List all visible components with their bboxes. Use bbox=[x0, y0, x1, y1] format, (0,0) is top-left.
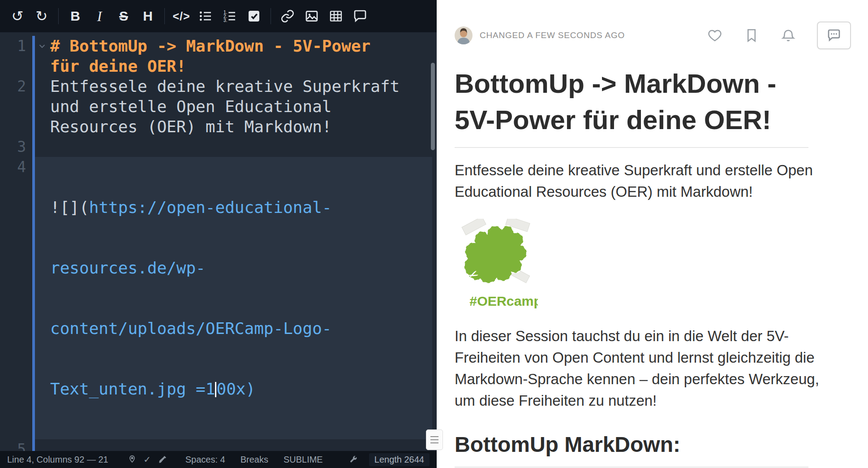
breaks-toggle[interactable]: Breaks bbox=[241, 455, 268, 465]
link-icon bbox=[280, 9, 295, 23]
last-changed-label: CHANGED A FEW SECONDS AGO bbox=[480, 30, 625, 40]
editor-line: 5 bbox=[0, 439, 432, 451]
image-url: Text_unten.jpg =1 bbox=[50, 380, 215, 398]
toolbar-separator bbox=[271, 8, 271, 24]
open-comments-button[interactable] bbox=[817, 22, 851, 49]
editor-pane: ↺ ↻ B I S H </> 1.2.3. bbox=[0, 0, 437, 468]
line-number: 2 bbox=[0, 76, 26, 137]
line-number: 3 bbox=[0, 137, 26, 157]
ordered-list-button[interactable]: 1.2.3. bbox=[218, 5, 242, 27]
bold-button[interactable]: B bbox=[63, 5, 87, 27]
redo-button[interactable]: ↻ bbox=[30, 5, 54, 27]
table-button[interactable] bbox=[324, 5, 348, 27]
section-heading: BottomUp MarkDown: bbox=[455, 432, 868, 457]
line-number: 1 bbox=[0, 36, 26, 76]
toolbar-separator bbox=[58, 8, 59, 24]
editor-toolbar: ↺ ↻ B I S H </> 1.2.3. bbox=[0, 0, 437, 32]
preview-paragraph: In dieser Session tauchst du ein in die … bbox=[455, 325, 829, 412]
editor-line-text: ![](https://open-educational- resources.… bbox=[49, 157, 401, 439]
image-url: https://open-educational- bbox=[89, 198, 332, 217]
avatar-photo bbox=[455, 26, 473, 44]
code-button[interactable]: </> bbox=[169, 5, 193, 27]
wrench-icon[interactable] bbox=[346, 453, 361, 466]
subscribe-button[interactable] bbox=[780, 27, 796, 43]
divider bbox=[455, 467, 808, 468]
link-button[interactable] bbox=[275, 5, 300, 27]
divider bbox=[455, 147, 808, 148]
bell-icon bbox=[781, 28, 796, 43]
chevron-down-icon bbox=[37, 41, 47, 51]
bookmark-button[interactable] bbox=[743, 27, 760, 43]
preview-paragraph: Entfessele deine kreative Superkraft und… bbox=[455, 160, 829, 203]
toolbar-separator bbox=[164, 8, 165, 24]
markdown-editor[interactable]: 1 # BottomUp -> MarkDown - 5V-Power für … bbox=[0, 32, 437, 451]
image-url: content/uploads/OERCamp-Logo- bbox=[50, 318, 401, 338]
like-button[interactable] bbox=[707, 27, 723, 43]
table-icon bbox=[329, 9, 343, 23]
line-number: 5 bbox=[0, 439, 26, 451]
editor-statusbar: Line 4, Columns 92 — 21 ✓ Spaces: 4 Brea… bbox=[0, 451, 437, 468]
avatar[interactable] bbox=[455, 26, 473, 44]
chat-bubble-icon bbox=[827, 28, 841, 43]
oercamp-logo: ✂ #OERcamp bbox=[455, 219, 538, 312]
editor-line: 2 Entfessele deine kreative Superkraft u… bbox=[0, 76, 432, 137]
page-title: BottomUp -> MarkDown - 5V-Power für dein… bbox=[455, 65, 813, 138]
editor-line-active: 4 ![](https://open-educational- resource… bbox=[0, 157, 432, 439]
bullet-list-button[interactable] bbox=[193, 5, 218, 27]
editor-line: 3 bbox=[0, 137, 432, 157]
checklist-button[interactable] bbox=[242, 5, 266, 27]
comment-icon bbox=[353, 9, 367, 23]
pin-icon[interactable] bbox=[125, 453, 140, 466]
image-url: 00x) bbox=[216, 380, 255, 398]
spaces-setting[interactable]: Spaces: 4 bbox=[185, 455, 225, 465]
editor-line-text: Entfessele deine kreative Superkraft und… bbox=[49, 76, 401, 137]
editor-line-text: # BottomUp -> MarkDown - 5V-Power für de… bbox=[49, 36, 401, 76]
editor-line: 1 # BottomUp -> MarkDown - 5V-Power für … bbox=[0, 36, 432, 76]
cursor-position: Line 4, Columns 92 — 21 bbox=[7, 455, 108, 465]
editor-scrollbar[interactable] bbox=[431, 63, 435, 150]
preview-header: CHANGED A FEW SECONDS AGO bbox=[455, 22, 851, 49]
comment-button[interactable] bbox=[348, 5, 372, 27]
image-button[interactable] bbox=[300, 5, 324, 27]
image-icon bbox=[305, 9, 319, 23]
checklist-icon bbox=[247, 9, 261, 23]
fold-toggle[interactable] bbox=[35, 36, 49, 56]
bookmark-icon bbox=[744, 28, 759, 43]
image-url: resources.de/wp- bbox=[50, 258, 401, 278]
image-syntax: ![]( bbox=[50, 198, 89, 217]
line-number: 4 bbox=[0, 157, 26, 439]
keymap-setting[interactable]: SUBLIME bbox=[284, 455, 323, 465]
heading-button[interactable]: H bbox=[136, 5, 160, 27]
check-icon[interactable]: ✓ bbox=[140, 453, 155, 466]
undo-button[interactable]: ↺ bbox=[5, 5, 30, 27]
oercamp-logo-text: #OERcamp bbox=[469, 294, 538, 308]
heart-icon bbox=[707, 28, 722, 43]
doc-length[interactable]: Length 2644 bbox=[369, 453, 430, 466]
italic-button[interactable]: I bbox=[87, 5, 112, 27]
strikethrough-button[interactable]: S bbox=[112, 5, 136, 27]
split-drag-handle[interactable] bbox=[426, 429, 443, 450]
bullet-list-icon bbox=[198, 9, 213, 23]
ordered-list-icon: 1.2.3. bbox=[223, 9, 237, 23]
svg-text:3.: 3. bbox=[223, 18, 227, 23]
preview-pane: CHANGED A FEW SECONDS AGO BottomUp -> Ma… bbox=[437, 0, 868, 468]
brush-icon[interactable] bbox=[155, 453, 170, 466]
